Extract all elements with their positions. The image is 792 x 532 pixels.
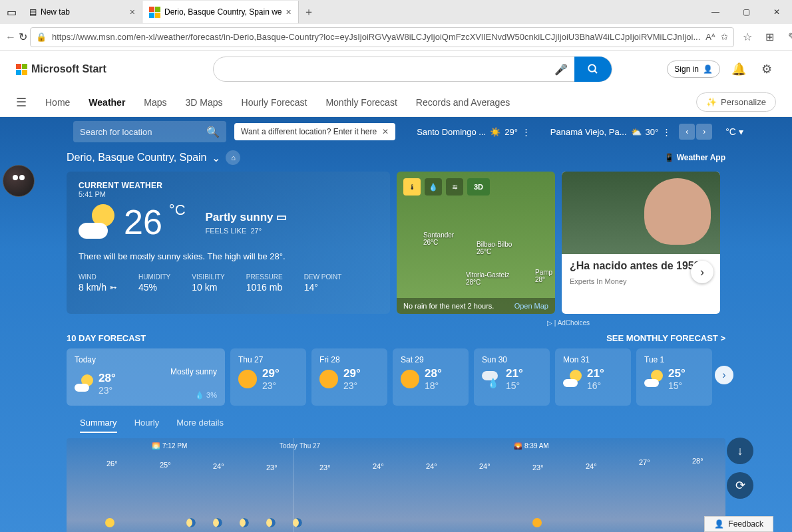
stat-pressure: PRESSURE1016 mb [246, 273, 283, 293]
more-icon[interactable]: ⋮ [522, 127, 530, 137]
precip-layer-button[interactable]: 💧 [425, 178, 442, 196]
location-bar: 🔍 Want a different location? Enter it he… [0, 117, 792, 146]
ad-card[interactable]: ¿Ha nacido antes de 1959? Experts In Mon… [562, 172, 720, 314]
tab-msn-weather[interactable]: Derio, Basque Country, Spain we × [142, 1, 299, 23]
refresh-button[interactable]: ↻ [19, 27, 27, 48]
url-text: https://www.msn.com/en-xl/weather/foreca… [52, 32, 700, 42]
back-button[interactable]: ← [5, 27, 16, 48]
tab-title: New tab [41, 7, 70, 17]
extension-icon[interactable]: ✎ [782, 27, 792, 48]
nav-maps[interactable]: Maps [144, 97, 166, 108]
stat-humidity: HUMIDITY45% [138, 273, 170, 293]
location-tip: Want a different location? Enter it here… [234, 123, 395, 140]
browser-titlebar: ▭ ▤ New tab × Derio, Basque Country, Spa… [0, 0, 792, 24]
tab-summary[interactable]: Summary [80, 418, 117, 433]
search-icon[interactable]: 🔍 [206, 126, 220, 138]
assistant-avatar[interactable] [3, 165, 35, 197]
tab-title: Derio, Basque Country, Spain we [164, 7, 282, 17]
reader-icon[interactable]: Aᴬ [705, 32, 715, 42]
search-button[interactable] [574, 57, 612, 82]
day-card[interactable]: Mon 3121°16° [555, 348, 631, 406]
maximize-button[interactable]: ▢ [731, 0, 761, 24]
sun-icon [319, 370, 338, 388]
location-scroll: ‹ › [679, 124, 712, 140]
more-icon[interactable]: ⋮ [662, 127, 671, 137]
signin-button[interactable]: Sign in 👤 [667, 61, 720, 78]
adchoices-link[interactable]: ▷ | AdChoices [0, 317, 656, 327]
close-icon[interactable]: ✕ [382, 127, 389, 136]
open-map-link[interactable]: Open Map [514, 302, 548, 310]
nav-home[interactable]: Home [45, 97, 70, 108]
url-input[interactable]: 🔒 https://www.msn.com/en-xl/weather/fore… [30, 27, 734, 47]
personalize-button[interactable]: ✨ Personalize [696, 92, 776, 112]
tab-actions-icon[interactable]: ▭ [0, 1, 23, 23]
tab-newtab[interactable]: ▤ New tab × [23, 1, 142, 23]
forecast-scroll-right[interactable]: › [715, 366, 733, 384]
close-window-button[interactable]: ✕ [761, 0, 792, 24]
user-icon: 👤 [703, 65, 713, 74]
monthly-forecast-link[interactable]: SEE MONTHLY FORECAST > [606, 333, 725, 343]
moon-icon [186, 518, 197, 529]
3d-button[interactable]: 3D [467, 178, 490, 196]
location-title[interactable]: Derio, Basque Country, Spain ⌄ ⌂ [67, 150, 240, 165]
day-card[interactable]: Thu 2729°23° [230, 348, 306, 406]
feedback-button[interactable]: 👤 Feedback [704, 516, 773, 532]
settings-icon[interactable]: ⚙ [757, 60, 776, 78]
current-temp: 26 [124, 202, 162, 242]
temp-layer-button[interactable]: 🌡 [403, 178, 421, 196]
location-search-input[interactable] [80, 127, 206, 137]
quick-location[interactable]: Santo Domingo ... ☀️ 29° ⋮ [417, 127, 530, 137]
mic-icon[interactable]: 🎤 [548, 63, 574, 76]
close-icon[interactable]: × [286, 7, 292, 17]
day-card[interactable]: Tue 125°15° [636, 348, 712, 406]
wind-layer-button[interactable]: ≋ [446, 178, 463, 196]
collections-icon[interactable]: ⊞ [759, 27, 781, 48]
minimize-button[interactable]: — [700, 0, 731, 24]
refresh-data-button[interactable]: ⟳ [727, 472, 753, 499]
hamburger-icon[interactable]: ☰ [16, 95, 27, 110]
svg-line-1 [594, 70, 597, 73]
favorites-icon[interactable]: ☆ [737, 27, 758, 48]
home-pin-button[interactable]: ⌂ [226, 150, 240, 165]
tab-hourly[interactable]: Hourly [134, 418, 160, 433]
notifications-icon[interactable]: 🔔 [729, 60, 748, 78]
moon-icon [240, 518, 250, 529]
day-card[interactable]: Fri 2829°23° [311, 348, 387, 406]
day-card[interactable]: Sat 2928°18° [393, 348, 469, 406]
favorite-icon[interactable]: ✩ [721, 32, 728, 42]
temp-point: 26° [106, 460, 118, 467]
scroll-right-button[interactable]: › [696, 124, 712, 140]
close-icon[interactable]: × [130, 7, 135, 17]
scroll-left-button[interactable]: ‹ [679, 124, 695, 140]
chart-tabs: Summary Hourly More details [0, 408, 792, 433]
day-card[interactable]: Sun 30💧21°15° [474, 348, 550, 406]
extension-icons: ☆ ⊞ ✎ 👤 ⋯ [737, 27, 792, 48]
nav-monthly[interactable]: Monthly Forecast [325, 97, 397, 108]
nav-records[interactable]: Records and Averages [416, 97, 510, 108]
temp-point: 23° [532, 464, 544, 471]
video-icon[interactable]: ▭ [276, 211, 287, 223]
nav-3dmaps[interactable]: 3D Maps [186, 97, 223, 108]
stat-dewpoint: DEW POINT14° [304, 273, 342, 293]
temp-point: 24° [426, 462, 437, 470]
tab-more-details[interactable]: More details [176, 418, 224, 433]
day-card[interactable]: Today28°23°Mostly sunny💧 3% [67, 348, 225, 406]
search-input[interactable] [214, 64, 548, 74]
current-description: Partly sunny ▭ FEELS LIKE 27° [206, 210, 288, 235]
location-title-row: Derio, Basque Country, Spain ⌄ ⌂ 📱 Weath… [0, 146, 792, 169]
current-label: CURRENT WEATHER [79, 181, 378, 190]
scroll-down-button[interactable]: ↓ [727, 438, 753, 464]
map-card[interactable]: 🌡 💧 ≋ 3D Santander26°CBilbao-Bilbo26°CVi… [397, 172, 555, 314]
quick-location[interactable]: Panamá Viejo, Pa... ⛅ 30° ⋮ [550, 127, 671, 137]
temp-point: 27° [639, 458, 650, 466]
nav-hourly[interactable]: Hourly Forecast [242, 97, 307, 108]
weather-app-link[interactable]: 📱 Weather App [664, 153, 725, 162]
map-city-label: Pamp28° [535, 269, 552, 283]
chart-day-label: Today [280, 442, 297, 450]
map-footer: No rain for the next 2 hours. Open Map [397, 298, 555, 314]
site-logo[interactable]: Microsoft Start [16, 63, 106, 75]
ad-next-button[interactable]: › [691, 261, 713, 283]
unit-toggle[interactable]: °C ▾ [725, 126, 743, 137]
new-tab-button[interactable]: ＋ [299, 5, 319, 19]
nav-weather[interactable]: Weather [89, 97, 125, 108]
